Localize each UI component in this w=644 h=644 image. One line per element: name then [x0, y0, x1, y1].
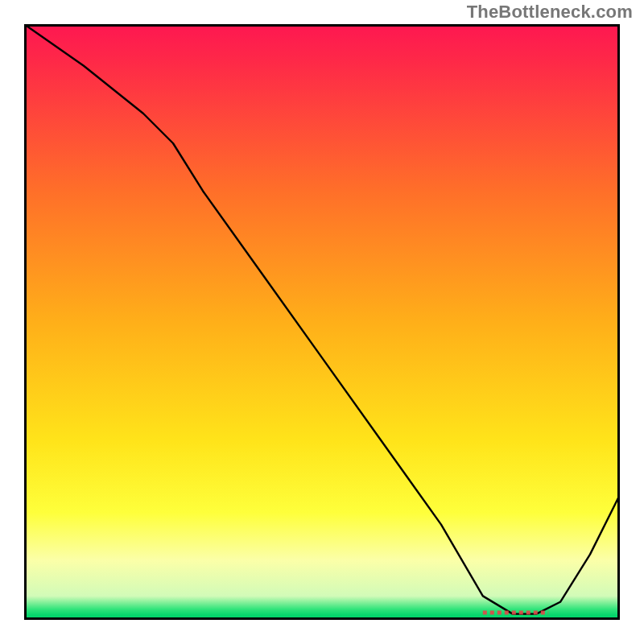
chart-container: TheBottleneck.com: [0, 0, 644, 644]
bottleneck-curve: [24, 24, 620, 614]
watermark-text: TheBottleneck.com: [467, 2, 633, 23]
axes-frame: [24, 24, 620, 620]
chart-svg: [24, 24, 620, 620]
plot-area: [24, 24, 620, 620]
